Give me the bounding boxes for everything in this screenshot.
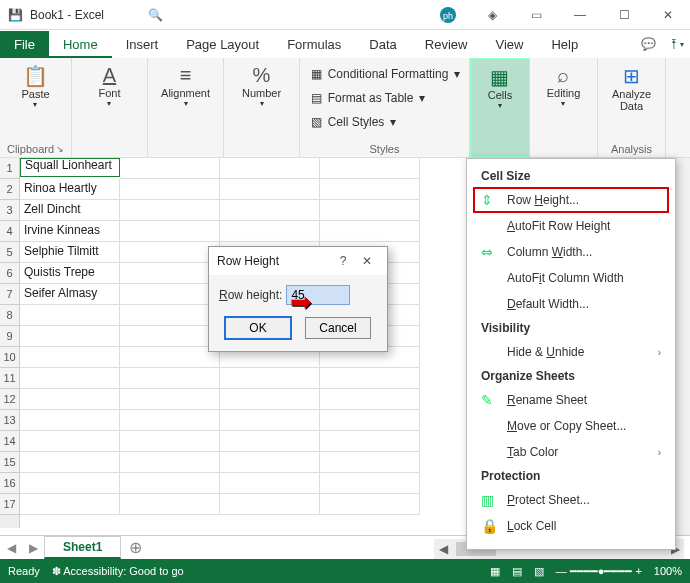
- menu-default-width[interactable]: Default Width...: [467, 291, 675, 317]
- zoom-level[interactable]: 100%: [654, 565, 682, 577]
- tab-review[interactable]: Review: [411, 31, 482, 58]
- diamond-icon[interactable]: ◈: [470, 0, 514, 30]
- row-header[interactable]: 17: [0, 494, 19, 515]
- dialog-title: Row Height: [217, 254, 279, 268]
- editing-button[interactable]: ⌕Editing▾: [541, 62, 587, 110]
- lock-icon: 🔒: [481, 518, 497, 534]
- scroll-left-icon[interactable]: ◀: [434, 542, 452, 556]
- cell-styles-button[interactable]: ▧Cell Styles ▾: [309, 110, 461, 134]
- tab-view[interactable]: View: [481, 31, 537, 58]
- menu-column-width[interactable]: ⇔Column Width...: [467, 239, 675, 265]
- row-header[interactable]: 16: [0, 473, 19, 494]
- row-header[interactable]: 9: [0, 326, 19, 347]
- menu-rename-sheet[interactable]: ✎Rename Sheet: [467, 387, 675, 413]
- menu-lock-cell[interactable]: 🔒Lock Cell: [467, 513, 675, 539]
- sheet-nav-next[interactable]: ▶: [22, 541, 44, 555]
- format-as-table-button[interactable]: ▤Format as Table ▾: [309, 86, 461, 110]
- row-header[interactable]: 15: [0, 452, 19, 473]
- tab-insert[interactable]: Insert: [112, 31, 173, 58]
- menu-move-copy[interactable]: Move or Copy Sheet...: [467, 413, 675, 439]
- row-header[interactable]: 6: [0, 263, 19, 284]
- row-height-label: Row height:: [219, 288, 282, 302]
- row-header[interactable]: 10: [0, 347, 19, 368]
- analyze-data-button[interactable]: ⊞Analyze Data: [606, 62, 657, 114]
- paste-icon: 📋: [23, 64, 48, 88]
- row-header[interactable]: 4: [0, 221, 19, 242]
- sheet-nav-prev[interactable]: ◀: [0, 541, 22, 555]
- row-header[interactable]: 12: [0, 389, 19, 410]
- row-header[interactable]: 13: [0, 410, 19, 431]
- row-header[interactable]: 5: [0, 242, 19, 263]
- view-break-icon[interactable]: ▧: [534, 565, 544, 578]
- menu-section-organize: Organize Sheets: [467, 365, 675, 387]
- search-icon[interactable]: 🔍: [140, 8, 170, 22]
- new-sheet-button[interactable]: ⊕: [121, 538, 149, 557]
- dialog-help-button[interactable]: ?: [331, 254, 355, 268]
- font-button[interactable]: AFont▾: [92, 62, 126, 110]
- cell-a3[interactable]: Zell Dincht: [20, 200, 120, 221]
- cells-format-menu: Cell Size ⇕Row Height... AutoFit Row Hei…: [466, 158, 676, 550]
- menu-section-protection: Protection: [467, 465, 675, 487]
- close-button[interactable]: ✕: [646, 0, 690, 30]
- cell-a1[interactable]: Squall Lionheart: [20, 158, 120, 177]
- view-normal-icon[interactable]: ▦: [490, 565, 500, 578]
- tab-home[interactable]: Home: [49, 31, 112, 58]
- menu-protect-sheet[interactable]: ▥Protect Sheet...: [467, 487, 675, 513]
- maximize-button[interactable]: ☐: [602, 0, 646, 30]
- comments-icon[interactable]: 💬: [634, 30, 662, 58]
- font-icon: A: [103, 64, 116, 87]
- alignment-button[interactable]: ≡Alignment▾: [155, 62, 216, 110]
- menu-hide-unhide[interactable]: Hide & Unhide›: [467, 339, 675, 365]
- sheet-tab[interactable]: Sheet1: [44, 536, 121, 559]
- cell[interactable]: [220, 158, 320, 179]
- row-header[interactable]: 1: [0, 158, 19, 179]
- status-bar: Ready ✽ Accessibility: Good to go ▦ ▤ ▧ …: [0, 559, 690, 583]
- vertical-scrollbar[interactable]: [674, 158, 690, 535]
- analyze-icon: ⊞: [623, 64, 640, 88]
- menu-section-cellsize: Cell Size: [467, 165, 675, 187]
- tab-formulas[interactable]: Formulas: [273, 31, 355, 58]
- ok-button[interactable]: OK: [225, 317, 291, 339]
- tab-data[interactable]: Data: [355, 31, 410, 58]
- cells-button[interactable]: ▦Cells▾: [482, 63, 518, 112]
- col-width-icon: ⇔: [481, 244, 497, 260]
- row-header[interactable]: 2: [0, 179, 19, 200]
- paste-button[interactable]: 📋 Paste ▾: [15, 62, 55, 111]
- autosave-icon[interactable]: 💾: [0, 8, 30, 22]
- menu-autofit-row[interactable]: AutoFit Row Height: [467, 213, 675, 239]
- conditional-formatting-button[interactable]: ▦Conditional Formatting ▾: [309, 62, 461, 86]
- annotation-arrow-icon: ➡: [290, 287, 312, 318]
- row-header[interactable]: 3: [0, 200, 19, 221]
- cell[interactable]: [320, 158, 420, 179]
- account-icon[interactable]: ph: [426, 0, 470, 30]
- cell-a5[interactable]: Selphie Tilmitt: [20, 242, 120, 263]
- tab-page-layout[interactable]: Page Layout: [172, 31, 273, 58]
- menu-autofit-col[interactable]: AutoFit Column Width: [467, 265, 675, 291]
- number-button[interactable]: %Number▾: [236, 62, 287, 110]
- menu-tab-color[interactable]: Tab Color›: [467, 439, 675, 465]
- share-icon[interactable]: ⭱▾: [662, 30, 690, 58]
- svg-text:ph: ph: [443, 11, 453, 21]
- row-header[interactable]: 7: [0, 284, 19, 305]
- row-header[interactable]: 8: [0, 305, 19, 326]
- ribbon-options-icon[interactable]: ▭: [514, 0, 558, 30]
- view-page-icon[interactable]: ▤: [512, 565, 522, 578]
- cond-format-icon: ▦: [311, 67, 322, 81]
- cancel-button[interactable]: Cancel: [305, 317, 371, 339]
- tab-file[interactable]: File: [0, 31, 49, 58]
- row-header[interactable]: 11: [0, 368, 19, 389]
- dialog-close-button[interactable]: ✕: [355, 254, 379, 268]
- title-bar: 💾 Book1 - Excel 🔍 ph ◈ ▭ — ☐ ✕: [0, 0, 690, 30]
- cell-a2[interactable]: Rinoa Heartly: [20, 179, 120, 200]
- minimize-button[interactable]: —: [558, 0, 602, 30]
- zoom-control[interactable]: — ━━━━●━━━━ +: [556, 565, 642, 578]
- cell[interactable]: [120, 158, 220, 179]
- cell-a6[interactable]: Quistis Trepe: [20, 263, 120, 284]
- menu-row-height[interactable]: ⇕Row Height...: [473, 187, 669, 213]
- accessibility-status[interactable]: ✽ Accessibility: Good to go: [52, 565, 184, 578]
- tab-help[interactable]: Help: [537, 31, 592, 58]
- row-header[interactable]: 14: [0, 431, 19, 452]
- group-cells: ▦Cells▾: [470, 58, 530, 157]
- cell-a7[interactable]: Seifer Almasy: [20, 284, 120, 305]
- cell-a4[interactable]: Irvine Kinneas: [20, 221, 120, 242]
